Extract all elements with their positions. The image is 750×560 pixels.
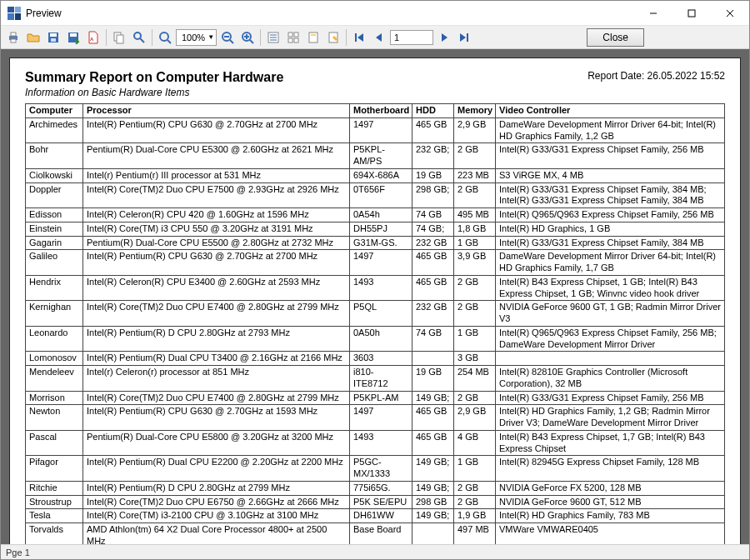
svg-rect-6 xyxy=(11,39,16,42)
cell-mb: 0A50h xyxy=(350,326,412,352)
table-row: PascalPentium(R) Dual-Core CPU E5800 @ 3… xyxy=(26,430,725,456)
cell-mem: 3 GB xyxy=(454,352,496,366)
zoom-in-icon[interactable] xyxy=(238,28,257,47)
find-icon[interactable] xyxy=(130,28,148,47)
next-page-icon[interactable] xyxy=(435,28,453,47)
cell-computer: Einstein xyxy=(26,222,83,236)
pdf-icon[interactable]: A xyxy=(84,28,102,47)
toolbar: A 100% ▼ Close xyxy=(1,26,749,49)
open-icon[interactable] xyxy=(24,28,42,47)
last-page-icon[interactable] xyxy=(455,28,473,47)
cell-video: Intel(R) HD Graphics Family, 1,2 GB; Rad… xyxy=(496,405,725,431)
cell-mem: 1 GB xyxy=(454,456,496,482)
svg-rect-38 xyxy=(467,33,468,42)
page-number-input[interactable] xyxy=(390,30,433,45)
cell-video: Intel(R) Q965/Q963 Express Chipset Famil… xyxy=(496,208,725,222)
zoom-out-icon[interactable] xyxy=(218,28,237,47)
table-row: TorvaldsAMD Athlon(tm) 64 X2 Dual Core P… xyxy=(26,523,725,545)
cell-mem: 495 MB xyxy=(454,208,496,222)
svg-rect-32 xyxy=(288,38,292,42)
status-page-label: Pge 1 xyxy=(6,548,30,558)
cell-video: Intel(R) G33/G31 Express Chipset Family,… xyxy=(496,391,725,405)
cell-mem: 2 GB xyxy=(454,301,496,327)
zoom-fit-icon[interactable] xyxy=(156,28,174,47)
svg-rect-14 xyxy=(117,35,123,43)
separator xyxy=(260,29,261,46)
cell-mem: 2 GB xyxy=(454,481,496,495)
cell-video: Intel(R) 82810E Graphics Controller (Mic… xyxy=(496,366,725,392)
table-row: HendrixIntel(R) Celeron(R) CPU E3400 @ 2… xyxy=(26,275,725,301)
cell-mb: P5KPL-AM/PS xyxy=(350,143,412,169)
svg-rect-30 xyxy=(288,32,292,37)
export-icon[interactable] xyxy=(64,28,82,47)
cell-proc: Intel(R) Celeron(R) CPU 420 @ 1.60GHz at… xyxy=(83,208,350,222)
table-row: DopplerIntel(R) Core(TM)2 Duo CPU E7500 … xyxy=(26,182,725,208)
save-icon[interactable] xyxy=(44,28,62,47)
cell-proc: Pentium(R) Dual-Core CPU E5800 @ 3.20GHz… xyxy=(83,430,350,456)
outline-icon[interactable] xyxy=(264,28,282,47)
cell-proc: Intel(R) Pentium(R) D CPU 2.80GHz at 279… xyxy=(83,481,350,495)
page-setup-icon[interactable] xyxy=(304,28,322,47)
table-row: MorrisonIntel(R) Core(TM)2 Duo CPU E7400… xyxy=(26,391,725,405)
cell-proc: Intel(R) Pentium(R) Dual CPU T3400 @ 2.1… xyxy=(83,352,350,366)
table-row: CiolkowskiIntel(r) Pentium(r) III proces… xyxy=(26,168,725,182)
cell-hdd: 232 GB xyxy=(412,301,454,327)
cell-mem: 223 MB xyxy=(454,168,496,182)
table-row: TeslaIntel(R) Core(TM) i3-2100 CPU @ 3.1… xyxy=(26,509,725,523)
copy-icon[interactable] xyxy=(110,28,128,47)
maximize-button[interactable] xyxy=(672,1,711,26)
cell-video: S3 ViRGE MX, 4 MB xyxy=(496,168,725,182)
svg-rect-11 xyxy=(70,33,77,37)
report-table: ComputerProcessorMotherboardHDDMemoryVid… xyxy=(25,103,725,544)
zoom-combo[interactable]: 100% ▼ xyxy=(176,29,217,46)
table-row: GagarinPentium(R) Dual-Core CPU E5500 @ … xyxy=(26,236,725,250)
cell-mem: 1,8 GB xyxy=(454,222,496,236)
cell-video: Intel(R) Q965/Q963 Express Chipset Famil… xyxy=(496,326,725,352)
first-page-icon[interactable] xyxy=(350,28,368,47)
print-icon[interactable] xyxy=(4,28,22,47)
cell-proc: Intel(r) Pentium(r) III processor at 531… xyxy=(83,168,350,182)
cell-mem: 1 GB xyxy=(454,236,496,250)
cell-computer: Torvalds xyxy=(26,523,83,545)
report-subtitle: Information on Basic Hardware Items xyxy=(25,87,283,98)
minimize-button[interactable] xyxy=(634,1,672,26)
svg-rect-8 xyxy=(50,33,57,37)
col-header: Video Controller xyxy=(496,104,725,118)
svg-point-15 xyxy=(134,32,141,39)
edit-page-icon[interactable] xyxy=(324,28,342,47)
thumbnails-icon[interactable] xyxy=(284,28,302,47)
svg-rect-34 xyxy=(309,32,318,42)
cell-proc: Intel(R) Pentium(R) Dual CPU E2200 @ 2.2… xyxy=(83,456,350,482)
separator xyxy=(346,29,347,46)
cell-mb: P5GC-MX/1333 xyxy=(350,456,412,482)
prev-page-icon[interactable] xyxy=(370,28,388,47)
cell-computer: Morrison xyxy=(26,391,83,405)
cell-mem: 2,9 GB xyxy=(454,405,496,431)
table-row: ArchimedesIntel(R) Pentium(R) CPU G630 @… xyxy=(26,118,725,143)
cell-hdd: 149 GB; xyxy=(412,481,454,495)
cell-video: Intel(R) G33/G31 Express Chipset Family,… xyxy=(496,236,725,250)
table-row: LomonosovIntel(R) Pentium(R) Dual CPU T3… xyxy=(26,352,725,366)
cell-proc: Intel(R) Core(TM) i3-2100 CPU @ 3.10GHz … xyxy=(83,509,350,523)
cell-computer: Tesla xyxy=(26,509,83,523)
cell-video: Intel(R) B43 Express Chipset, 1,7 GB; In… xyxy=(496,430,725,456)
svg-rect-35 xyxy=(311,34,316,36)
cell-computer: Edisson xyxy=(26,208,83,222)
cell-mb: P5K SE/EPU xyxy=(350,495,412,509)
status-bar: Pge 1 xyxy=(1,544,749,559)
cell-computer: Bohr xyxy=(26,143,83,169)
close-button[interactable]: Close xyxy=(587,28,644,47)
svg-rect-5 xyxy=(11,32,16,36)
cell-mem: 2 GB xyxy=(454,143,496,169)
cell-video: Intel(R) B43 Express Chipset, 1 GB; Inte… xyxy=(496,275,725,301)
report-viewport[interactable]: Summary Report on Computer Hardware Info… xyxy=(1,49,749,544)
table-row: EinsteinIntel(R) Core(TM) i3 CPU 550 @ 3… xyxy=(26,222,725,236)
cell-mb: 0A54h xyxy=(350,208,412,222)
table-row: GalileoIntel(R) Pentium(R) CPU G630 @ 2.… xyxy=(26,250,725,276)
close-window-button[interactable] xyxy=(711,1,749,26)
cell-mem: 497 MB xyxy=(454,523,496,545)
table-row: LeonardoIntel(R) Pentium(R) D CPU 2.80GH… xyxy=(26,326,725,352)
svg-line-21 xyxy=(230,40,233,43)
cell-video: NVIDIA GeForce 9600 GT, 512 MB xyxy=(496,495,725,509)
col-header: Memory xyxy=(454,104,496,118)
